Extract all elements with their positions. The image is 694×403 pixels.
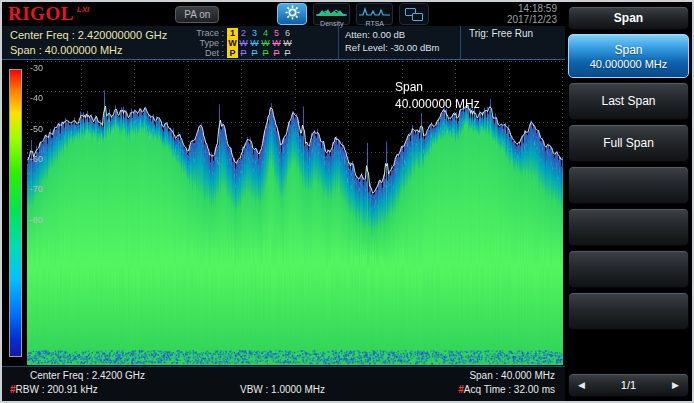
trace-5-type: W [271, 38, 282, 48]
trace-5-det: P [271, 48, 282, 58]
trace-panel: Trace : 1 2 3 4 5 6 Type : W W W W W W [188, 26, 338, 59]
trace-4-indicator: 4 [260, 28, 271, 38]
softkey-last-span[interactable]: Last Span [568, 82, 689, 120]
window-layout-button[interactable] [399, 3, 429, 25]
toolbar-icons: Density RTSA [277, 3, 429, 25]
page-prev-button[interactable]: ◀ [578, 380, 585, 390]
trace-3-det: P [249, 48, 260, 58]
active-function-readout: Span 40.000000 MHz [395, 79, 480, 113]
trace-det-row: Det : P P P P P P [188, 48, 338, 58]
trigger-readout: Trig: Free Run [460, 26, 533, 59]
rtsa-mode-button[interactable]: RTSA [356, 3, 393, 25]
footer-vbw: VBW : 1.0000 MHz [192, 384, 374, 395]
softkey-blank-4[interactable] [568, 292, 689, 330]
trace-4-type: W [260, 38, 271, 48]
clock-time: 14:18:59 [507, 3, 557, 14]
rtsa-mode-label: RTSA [365, 20, 384, 28]
clock-date: 2017/12/23 [507, 14, 557, 25]
trace-type-label: Type : [188, 38, 224, 48]
footer-span: Span : 40.000 MHz [469, 370, 555, 381]
softkey-full-span[interactable]: Full Span [568, 124, 689, 162]
density-waveform-icon [316, 2, 347, 20]
density-mode-button[interactable]: Density [313, 3, 350, 25]
y-axis-tick: -50 [30, 124, 43, 134]
top-bar: RIGOL LXI PA on Density [2, 2, 565, 26]
settings-button[interactable] [277, 3, 307, 25]
trace-1-det: P [227, 48, 238, 58]
settings-gear-icon [285, 5, 300, 24]
softkey-blank-3[interactable] [568, 250, 689, 288]
trace-3-type: W [249, 38, 260, 48]
footer-center-freq: Center Freq : 2.4200 GHz [30, 370, 145, 381]
active-function-value: 40.000000 MHz [395, 96, 480, 113]
density-color-legend [9, 69, 22, 357]
atten-readout: Atten: 0.00 dB [345, 28, 460, 41]
footer-acq-time: #Acq Time : 32.00 ms [373, 384, 555, 395]
span-readout: Span : 40.000000 MHz [10, 43, 188, 58]
spectrum-display: -30 -40 -50 -60 -70 -80 Span 40.000000 M… [2, 60, 565, 366]
lxi-badge: LXI [77, 5, 89, 14]
density-mode-label: Density [320, 20, 343, 28]
analyzer-screen: RIGOL LXI PA on Density [0, 0, 694, 403]
softkey-menu: Span Span 40.000000 MHz Last Span Full S… [565, 2, 692, 401]
softkey-span-value: 40.000000 MHz [590, 58, 668, 70]
y-axis-tick: -60 [30, 154, 43, 164]
page-next-button[interactable]: ▶ [672, 380, 679, 390]
page-indicator: 1/1 [621, 379, 636, 391]
pa-on-button[interactable]: PA on [175, 6, 219, 23]
active-function-label: Span [395, 79, 480, 96]
trace-2-indicator: 2 [238, 28, 249, 38]
trace-type-row: Type : W W W W W W [188, 38, 338, 48]
softkey-blank-2[interactable] [568, 208, 689, 246]
softkey-span-label: Span [614, 43, 642, 57]
freq-readout: Center Freq : 2.420000000 GHz Span : 40.… [2, 26, 188, 59]
softkey-span[interactable]: Span 40.000000 MHz [568, 34, 689, 78]
trace-4-det: P [260, 48, 271, 58]
y-axis-tick: -30 [30, 63, 43, 73]
rtsa-waveform-icon [359, 2, 390, 20]
trace-label: Trace : [188, 28, 224, 38]
y-axis-tick: -40 [30, 93, 43, 103]
rigol-logo: RIGOL [8, 4, 74, 24]
footer-row-2: #RBW : 200.91 kHz VBW : 1.0000 MHz #Acq … [2, 381, 565, 395]
status-bar: Center Freq : 2.420000000 GHz Span : 40.… [2, 26, 565, 60]
menu-title-span: Span [568, 6, 689, 30]
menu-pager: ◀ 1/1 ▶ [568, 373, 689, 397]
amplitude-settings: Atten: 0.00 dB Ref Level: -30.00 dBm [338, 26, 460, 59]
bottom-status-bar: Center Freq : 2.4200 GHz Span : 40.000 M… [2, 366, 565, 401]
center-freq-readout: Center Freq : 2.420000000 GHz [10, 28, 188, 43]
trace-5-indicator: 5 [271, 28, 282, 38]
spectrum-canvas [27, 61, 563, 365]
y-axis-tick: -70 [30, 184, 43, 194]
trace-det-label: Det : [188, 48, 224, 58]
y-axis-tick: -80 [30, 215, 43, 225]
trace-3-indicator: 3 [249, 28, 260, 38]
ref-level-readout: Ref Level: -30.00 dBm [345, 41, 460, 54]
trace-2-type: W [238, 38, 249, 48]
main-area: RIGOL LXI PA on Density [2, 2, 565, 401]
trace-6-type: W [282, 38, 293, 48]
clock: 14:18:59 2017/12/23 [507, 3, 557, 25]
footer-rbw: #RBW : 200.91 kHz [10, 384, 192, 395]
trace-1-type: W [227, 38, 238, 48]
trace-1-indicator: 1 [227, 28, 238, 38]
trace-number-row: Trace : 1 2 3 4 5 6 [188, 28, 338, 38]
softkey-blank-1[interactable] [568, 166, 689, 204]
trace-6-det: P [282, 48, 293, 58]
trace-6-indicator: 6 [282, 28, 293, 38]
footer-row-1: Center Freq : 2.4200 GHz Span : 40.000 M… [2, 367, 565, 381]
trace-2-det: P [238, 48, 249, 58]
